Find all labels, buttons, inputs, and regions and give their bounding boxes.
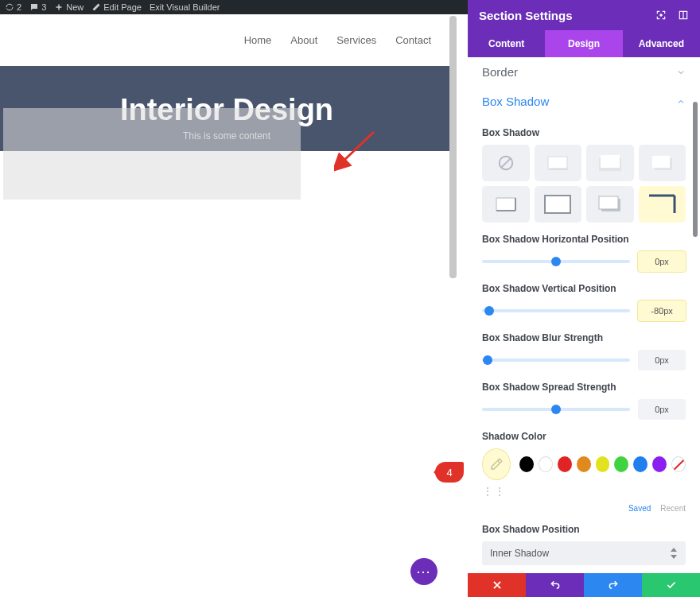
position-value: Inner Shadow	[490, 548, 549, 559]
preset-1[interactable]	[535, 145, 582, 181]
preset-5[interactable]	[535, 186, 582, 223]
shadow-overlay	[3, 108, 301, 200]
new-item[interactable]: New	[54, 2, 84, 12]
swatch-red[interactable]	[558, 456, 572, 472]
nav-contact[interactable]: Contact	[395, 34, 431, 46]
chevron-up-icon	[676, 97, 686, 107]
svg-rect-9	[550, 168, 567, 170]
section-box-shadow[interactable]: Box Shadow	[482, 87, 686, 116]
swatch-white[interactable]	[539, 456, 553, 472]
page-preview: Home About Services Contact Interior Des…	[0, 14, 453, 597]
expand-icon[interactable]	[678, 10, 689, 21]
svg-point-2	[660, 14, 662, 16]
swatch-orange[interactable]	[577, 456, 591, 472]
position-label: Box Shadow Position	[482, 524, 686, 535]
blur-label: Box Shadow Blur Strength	[482, 332, 686, 343]
swatch-yellow[interactable]	[596, 456, 610, 472]
swatch-green[interactable]	[614, 456, 628, 472]
preset-3[interactable]	[639, 145, 686, 181]
comments-item[interactable]: 3	[29, 2, 46, 12]
saved-link[interactable]: Saved	[628, 504, 651, 513]
swatch-clear[interactable]	[671, 456, 686, 472]
select-arrows-icon	[670, 548, 678, 559]
hpos-label: Box Shadow Horizontal Position	[482, 234, 686, 245]
spread-label: Box Shadow Spread Strength	[482, 382, 686, 393]
panel-footer	[468, 573, 700, 597]
callout-4: 4	[435, 462, 464, 483]
preset-none[interactable]	[482, 145, 530, 181]
position-select[interactable]: Inner Shadow	[482, 541, 686, 565]
svg-line-1	[342, 132, 374, 162]
svg-rect-11	[601, 155, 620, 168]
panel-tabs: Content Design Advanced	[468, 30, 700, 57]
edit-page-item[interactable]: Edit Page	[91, 2, 142, 12]
nav-services[interactable]: Services	[336, 34, 376, 46]
nav-about[interactable]: About	[290, 34, 317, 46]
edit-page-label: Edit Page	[103, 2, 142, 12]
panel-header: Section Settings	[468, 0, 700, 30]
svg-rect-7	[548, 157, 567, 169]
svg-rect-19	[599, 196, 618, 209]
box-shadow-label: Box Shadow	[482, 127, 686, 138]
comments-count: 3	[41, 2, 46, 12]
new-label: New	[66, 2, 84, 12]
blur-value[interactable]: 0px	[638, 350, 686, 370]
vpos-value[interactable]: -80px	[638, 300, 686, 321]
preset-7-selected[interactable]	[639, 186, 686, 223]
preset-4[interactable]	[482, 186, 530, 223]
drag-handle-icon[interactable]: ⋮⋮	[482, 485, 686, 498]
recent-link[interactable]: Recent	[660, 504, 686, 513]
settings-panel: Section Settings Content Design Advanced…	[468, 0, 700, 597]
svg-rect-17	[545, 196, 570, 213]
panel-title: Section Settings	[479, 9, 573, 22]
preview-scrollbar[interactable]	[449, 16, 457, 278]
swatch-row	[482, 448, 686, 480]
swatch-black[interactable]	[519, 456, 534, 472]
svg-rect-13	[652, 156, 670, 168]
tab-design[interactable]: Design	[545, 30, 622, 57]
preset-2[interactable]	[586, 145, 634, 181]
focus-icon[interactable]	[655, 10, 667, 21]
preset-6[interactable]	[586, 186, 634, 223]
chevron-down-icon	[676, 68, 686, 77]
svg-rect-14	[496, 198, 515, 211]
exit-vb-item[interactable]: Exit Visual Builder	[150, 2, 220, 12]
spread-slider[interactable]	[482, 408, 630, 411]
swatch-blue[interactable]	[633, 456, 648, 472]
eyedropper-button[interactable]	[482, 448, 511, 480]
hpos-slider[interactable]	[482, 260, 630, 263]
tab-content[interactable]: Content	[468, 30, 545, 57]
divi-fab-button[interactable]: ⋯	[410, 558, 438, 585]
section-border[interactable]: Border	[482, 57, 686, 87]
swatch-purple[interactable]	[652, 456, 667, 472]
panel-scrollbar[interactable]	[693, 102, 698, 237]
tab-advanced[interactable]: Advanced	[623, 30, 700, 57]
refresh-item[interactable]: 2	[5, 2, 21, 12]
spread-value[interactable]: 0px	[638, 399, 686, 420]
preset-grid	[482, 145, 686, 223]
color-label: Shadow Color	[482, 431, 686, 442]
undo-button[interactable]	[526, 573, 584, 597]
hpos-value[interactable]: 0px	[638, 251, 686, 272]
site-nav: Home About Services Contact	[0, 14, 453, 66]
save-button[interactable]	[642, 573, 700, 597]
blur-slider[interactable]	[482, 359, 630, 362]
svg-line-6	[500, 158, 511, 169]
panel-body: Border Box Shadow Box Shadow Box Shadow …	[468, 57, 700, 573]
vpos-slider[interactable]	[482, 309, 630, 312]
nav-home[interactable]: Home	[244, 34, 272, 46]
redo-button[interactable]	[584, 573, 642, 597]
vpos-label: Box Shadow Vertical Position	[482, 283, 686, 294]
refresh-count: 2	[17, 2, 21, 12]
annotation-arrow-icon	[334, 124, 382, 172]
cancel-button[interactable]	[468, 573, 526, 597]
